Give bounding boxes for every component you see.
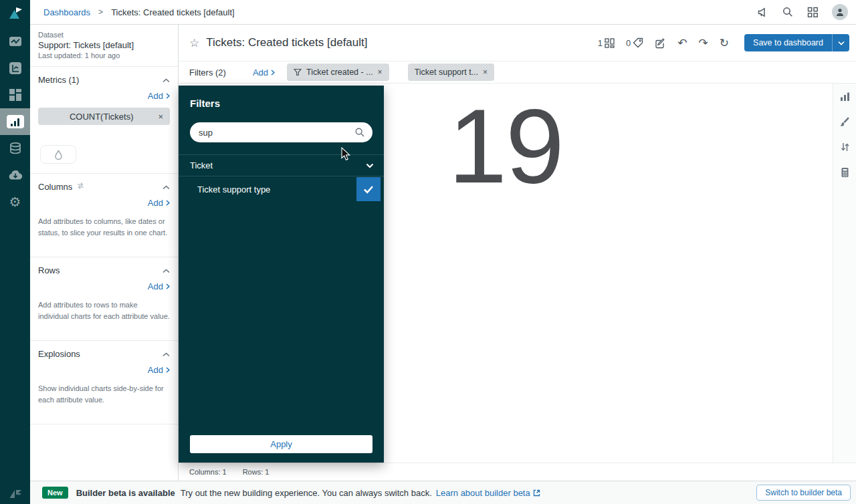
rows-hint: Add attributes to rows to make individua…	[38, 299, 170, 322]
explore-logo-icon[interactable]	[0, 0, 30, 28]
chevron-up-icon[interactable]	[163, 349, 170, 359]
metric-filter-button[interactable]	[40, 145, 76, 164]
filter-chip-label: Ticket support t...	[415, 68, 478, 77]
chevron-down-icon	[366, 160, 374, 170]
filters-bar-label: Filters (2)	[189, 68, 226, 78]
dataset-updated: Last updated: 1 hour ago	[38, 51, 170, 59]
swap-icon	[76, 182, 85, 192]
check-icon	[363, 185, 374, 194]
metric-chip-label: COUNT(Tickets)	[45, 112, 158, 122]
query-header: ☆ Tickets: Created tickets [default] 1 0…	[179, 25, 856, 61]
popup-group-label: Ticket	[190, 160, 213, 170]
chevron-up-icon[interactable]	[163, 182, 170, 192]
user-avatar[interactable]	[832, 4, 848, 20]
sort-icon[interactable]	[840, 142, 850, 152]
status-rows: Rows: 1	[243, 468, 270, 476]
chevron-down-icon	[838, 41, 845, 45]
explosions-section: Explosions Add Show individual charts si…	[30, 341, 178, 424]
right-toolstrip	[833, 84, 856, 463]
popup-title: Filters	[190, 98, 372, 109]
save-to-dashboard-button[interactable]: Save to dashboard	[744, 34, 832, 51]
columns-title: Columns	[38, 182, 72, 192]
refresh-icon[interactable]: ↻	[720, 37, 729, 49]
popup-group-ticket[interactable]: Ticket	[179, 154, 384, 176]
search-icon[interactable]	[782, 6, 794, 18]
new-badge: New	[42, 487, 68, 499]
rows-section: Rows Add Add attributes to rows to make …	[30, 257, 178, 341]
beta-footer: New Builder beta is available Try out th…	[30, 481, 856, 504]
nav-dashboards-icon[interactable]	[0, 82, 30, 108]
filters-bar: Filters (2) Add Ticket created - ... × T…	[179, 61, 856, 84]
rows-title: Rows	[38, 265, 60, 275]
filters-add-button[interactable]: Add	[253, 68, 275, 78]
chevron-up-icon[interactable]	[163, 265, 170, 275]
popup-option-label: Ticket support type	[197, 184, 270, 195]
nav-downloads-icon[interactable]	[0, 162, 30, 188]
dataset-info: Dataset Support: Tickets [default] Last …	[30, 25, 178, 67]
breadcrumb-current: Tickets: Created tickets [default]	[111, 7, 234, 17]
nav-datasets-icon[interactable]	[0, 135, 30, 162]
filters-popup: Filters Ticket Ticket support type Apply	[179, 86, 384, 463]
status-columns: Columns: 1	[189, 468, 227, 476]
explore-app: ⚙ Dashboards > Tickets: Created tickets …	[0, 0, 856, 504]
filter-chip-ticket-created[interactable]: Ticket created - ... ×	[287, 64, 389, 81]
funnel-icon	[294, 68, 302, 76]
metrics-add-button[interactable]: Add	[148, 91, 170, 101]
rows-add-button[interactable]: Add	[148, 281, 170, 291]
chevron-up-icon[interactable]	[163, 75, 170, 85]
chart-type-icon[interactable]	[840, 92, 850, 102]
filter-remove-icon[interactable]: ×	[378, 68, 383, 77]
columns-hint: Add attributes to columns, like dates or…	[38, 216, 170, 238]
apply-button[interactable]: Apply	[190, 435, 372, 453]
footer-title: Builder beta is available	[76, 488, 175, 498]
nav-charts-icon[interactable]	[0, 55, 30, 82]
filter-chip-ticket-support-type[interactable]: Ticket support t... ×	[408, 64, 494, 81]
announcements-icon[interactable]	[756, 6, 768, 18]
status-bar: Columns: 1 Rows: 1	[179, 463, 856, 481]
save-dropdown-button[interactable]	[832, 34, 849, 51]
learn-about-builder-link[interactable]: Learn about builder beta	[436, 488, 540, 498]
nav-admin-icon[interactable]: ⚙	[0, 188, 30, 215]
save-to-dashboard-split-button: Save to dashboard	[744, 34, 849, 51]
nav-queries-icon[interactable]	[0, 108, 30, 135]
product-rail: ⚙	[0, 0, 30, 504]
dataset-label: Dataset	[38, 31, 170, 39]
calculator-icon[interactable]	[840, 167, 850, 178]
explosions-hint: Show individual charts side-by-side for …	[38, 383, 170, 405]
apps-grid-icon[interactable]	[807, 7, 819, 18]
explosions-add-button[interactable]: Add	[148, 365, 170, 375]
columns-section: Columns Add Add attributes to columns, l…	[30, 174, 178, 257]
explosions-title: Explosions	[38, 349, 80, 359]
switch-to-builder-button[interactable]: Switch to builder beta	[756, 485, 851, 501]
search-icon	[354, 127, 365, 140]
dataset-name: Support: Tickets [default]	[38, 40, 170, 50]
metric-chip[interactable]: COUNT(Tickets) ×	[38, 108, 170, 125]
popup-search-input[interactable]	[190, 122, 372, 142]
zendesk-logo-icon	[0, 488, 30, 500]
filter-chip-label: Ticket created - ...	[306, 68, 373, 77]
popup-option-ticket-support-type[interactable]: Ticket support type	[179, 176, 384, 202]
filter-remove-icon[interactable]: ×	[483, 68, 488, 77]
dashboards-count: 1	[598, 38, 603, 48]
dashboard-grid-icon	[605, 38, 615, 48]
dashboards-count-button[interactable]: 1	[598, 38, 615, 48]
nav-reports-icon[interactable]	[0, 28, 30, 55]
metrics-title: Metrics (1)	[38, 75, 79, 85]
metric-remove-icon[interactable]: ×	[158, 112, 163, 122]
tags-count-button[interactable]: 0	[626, 37, 643, 48]
kpi-value: 19	[448, 93, 563, 199]
metrics-section: Metrics (1) Add COUNT(Tickets) ×	[30, 67, 178, 174]
checkbox-checked[interactable]	[356, 177, 381, 201]
favorite-star-icon[interactable]: ☆	[189, 36, 199, 50]
breadcrumb-separator: >	[98, 7, 103, 17]
undo-icon[interactable]: ↶	[677, 37, 687, 49]
breadcrumb-dashboards-link[interactable]: Dashboards	[43, 7, 90, 17]
top-bar: Dashboards > Tickets: Created tickets [d…	[30, 0, 856, 25]
columns-add-button[interactable]: Add	[148, 198, 170, 208]
builder-panel: Dataset Support: Tickets [default] Last …	[30, 25, 179, 481]
droplet-icon	[54, 150, 63, 160]
tags-count: 0	[626, 38, 631, 48]
redo-icon[interactable]: ↷	[699, 37, 708, 49]
chart-config-brush-icon[interactable]	[839, 116, 850, 127]
edit-icon[interactable]	[655, 37, 666, 49]
